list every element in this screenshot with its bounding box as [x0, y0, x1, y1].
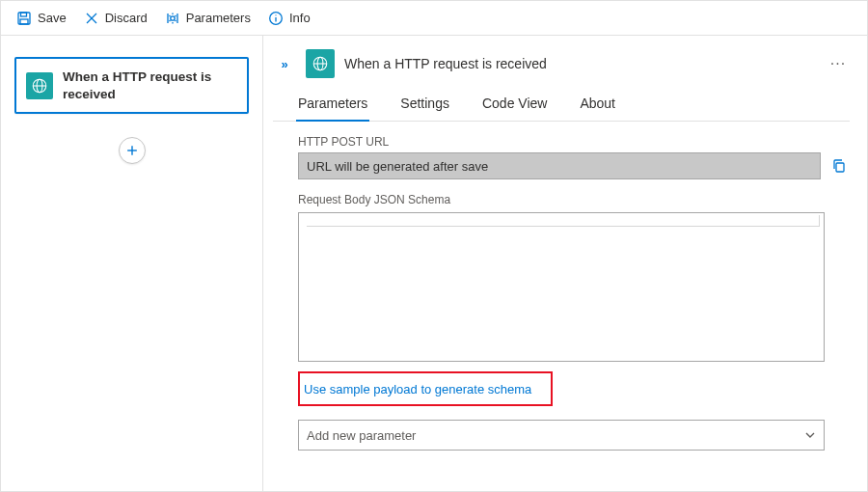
- http-request-icon: [306, 49, 335, 78]
- discard-label: Discard: [105, 11, 148, 25]
- url-label: HTTP POST URL: [298, 135, 850, 149]
- parameters-icon: [165, 11, 180, 26]
- collapse-button[interactable]: »: [273, 52, 296, 75]
- json-schema-textarea[interactable]: [298, 212, 825, 362]
- more-button[interactable]: ···: [827, 52, 850, 75]
- http-request-icon: [26, 72, 53, 99]
- chevron-down-icon: [804, 429, 816, 441]
- svg-rect-2: [20, 19, 28, 24]
- detail-header: » When a HTTP request is received ···: [273, 45, 850, 84]
- save-label: Save: [38, 11, 67, 25]
- sample-payload-highlight: Use sample payload to generate schema: [298, 371, 553, 406]
- designer-canvas: When a HTTP request is received: [1, 36, 263, 491]
- parameters-button[interactable]: Parameters: [157, 7, 258, 30]
- add-step-button[interactable]: [119, 137, 146, 164]
- detail-title: When a HTTP request is received: [344, 56, 817, 71]
- toolbar: Save Discard Parameters Info: [1, 1, 867, 36]
- detail-panel: » When a HTTP request is received ··· Pa…: [263, 36, 867, 491]
- tab-code-view[interactable]: Code View: [482, 90, 547, 121]
- svg-rect-17: [836, 163, 844, 172]
- http-post-url-field: URL will be generated after save: [298, 152, 821, 179]
- main-area: When a HTTP request is received » When a…: [1, 36, 867, 491]
- svg-point-8: [275, 14, 276, 15]
- schema-label: Request Body JSON Schema: [298, 193, 850, 206]
- trigger-card-label: When a HTTP request is received: [63, 68, 237, 102]
- schema-scrollbar-hint: [307, 215, 820, 227]
- discard-button[interactable]: Discard: [76, 7, 155, 30]
- use-sample-payload-link[interactable]: Use sample payload to generate schema: [304, 382, 531, 396]
- add-parameter-dropdown[interactable]: Add new parameter: [298, 420, 825, 451]
- parameters-label: Parameters: [186, 11, 251, 25]
- tab-bar: Parameters Settings Code View About: [273, 84, 850, 122]
- save-icon: [16, 11, 32, 26]
- svg-point-5: [171, 15, 175, 19]
- url-value: URL will be generated after save: [307, 159, 488, 174]
- tab-parameters[interactable]: Parameters: [298, 90, 367, 121]
- tab-about[interactable]: About: [580, 90, 615, 121]
- tab-settings[interactable]: Settings: [400, 90, 449, 121]
- info-button[interactable]: Info: [260, 7, 318, 30]
- add-parameter-label: Add new parameter: [307, 428, 416, 443]
- info-icon: [268, 11, 284, 26]
- info-label: Info: [289, 11, 311, 25]
- svg-rect-1: [21, 13, 27, 16]
- copy-url-button[interactable]: [828, 155, 850, 177]
- trigger-card[interactable]: When a HTTP request is received: [14, 57, 249, 114]
- discard-icon: [84, 11, 99, 26]
- parameters-content: HTTP POST URL URL will be generated afte…: [273, 122, 850, 451]
- save-button[interactable]: Save: [9, 7, 74, 30]
